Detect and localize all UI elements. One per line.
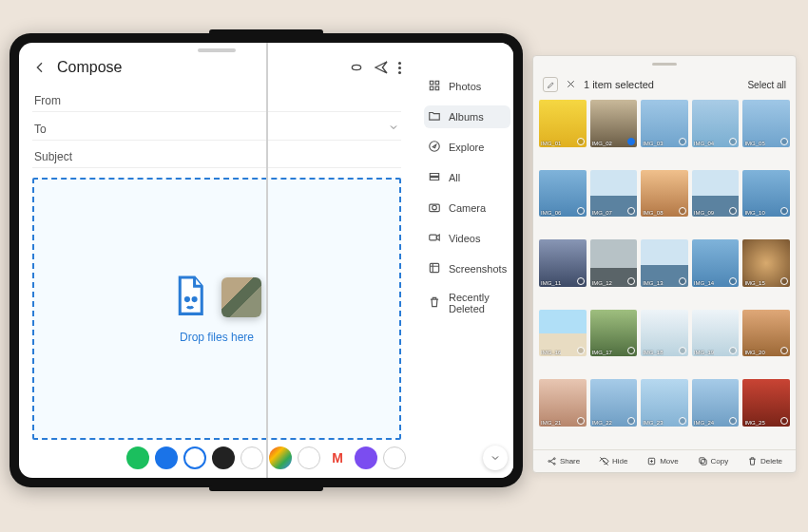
gallery-handle-bar[interactable] bbox=[533, 56, 796, 73]
subject-field[interactable]: Subject bbox=[32, 146, 401, 168]
selection-check-icon[interactable] bbox=[577, 347, 585, 354]
selection-check-icon[interactable] bbox=[679, 207, 686, 215]
rail-item-all[interactable]: All bbox=[424, 166, 510, 189]
footer-copy-button[interactable]: Copy bbox=[698, 456, 729, 466]
attach-icon[interactable] bbox=[349, 60, 364, 75]
selection-check-icon[interactable] bbox=[627, 138, 635, 145]
selection-check-icon[interactable] bbox=[577, 417, 585, 425]
photo-thumbnail[interactable]: IMG_16 bbox=[539, 310, 587, 357]
photo-thumbnail[interactable]: IMG_04 bbox=[692, 100, 740, 147]
selection-check-icon[interactable] bbox=[729, 138, 737, 145]
back-icon[interactable] bbox=[32, 60, 48, 75]
photo-thumbnail[interactable]: IMG_02 bbox=[590, 100, 638, 147]
rail-item-videos[interactable]: Videos bbox=[424, 227, 510, 250]
dragged-thumbnail[interactable] bbox=[221, 277, 261, 317]
selection-check-icon[interactable] bbox=[679, 138, 686, 145]
footer-hide-button[interactable]: Hide bbox=[599, 456, 627, 466]
photo-thumbnail[interactable]: IMG_15 bbox=[742, 239, 790, 287]
photo-thumbnail[interactable]: IMG_05 bbox=[742, 100, 790, 147]
to-field[interactable]: To bbox=[32, 118, 401, 141]
file-icon bbox=[172, 275, 208, 321]
svg-point-1 bbox=[185, 297, 188, 300]
photo-thumbnail[interactable]: IMG_25 bbox=[742, 379, 790, 427]
thumbnail-name: IMG_24 bbox=[694, 420, 714, 426]
compass-icon bbox=[428, 140, 441, 155]
photo-thumbnail[interactable]: IMG_14 bbox=[692, 239, 740, 287]
photo-thumbnail[interactable]: IMG_03 bbox=[641, 100, 688, 147]
select-all-button[interactable]: Select all bbox=[747, 80, 786, 90]
rail-item-recently-deleted[interactable]: Recently Deleted bbox=[424, 288, 510, 318]
photo-thumbnail[interactable]: IMG_18 bbox=[641, 310, 688, 357]
from-field[interactable]: From bbox=[32, 90, 401, 112]
foldable-device-frame: Compose From To bbox=[10, 33, 523, 487]
taskbar-contacts-icon[interactable] bbox=[240, 446, 263, 469]
selection-check-icon[interactable] bbox=[780, 417, 788, 425]
photo-thumbnail[interactable]: IMG_12 bbox=[590, 239, 638, 287]
thumbnail-name: IMG_07 bbox=[592, 210, 612, 216]
send-icon[interactable] bbox=[374, 60, 389, 75]
thumbnail-name: IMG_21 bbox=[541, 420, 561, 426]
photo-thumbnail[interactable]: IMG_09 bbox=[692, 170, 740, 218]
compose-fields: From To Subject bbox=[32, 90, 401, 168]
thumbnail-name: IMG_08 bbox=[643, 210, 663, 216]
close-icon[interactable] bbox=[566, 79, 576, 91]
selection-check-icon[interactable] bbox=[679, 277, 686, 285]
rail-item-explore[interactable]: Explore bbox=[424, 136, 510, 159]
rail-item-albums[interactable]: Albums bbox=[424, 105, 510, 128]
edit-icon[interactable] bbox=[543, 77, 558, 92]
svg-point-14 bbox=[553, 463, 555, 465]
photo-thumbnail[interactable]: IMG_10 bbox=[742, 170, 790, 218]
photo-grid: IMG_01IMG_02IMG_03IMG_04IMG_05IMG_06IMG_… bbox=[533, 96, 796, 449]
selection-check-icon[interactable] bbox=[577, 277, 585, 285]
selection-check-icon[interactable] bbox=[627, 277, 635, 285]
taskbar-camera-icon[interactable] bbox=[298, 446, 320, 469]
footer-share-button[interactable]: Share bbox=[547, 456, 580, 466]
taskbar-files-icon[interactable] bbox=[383, 446, 406, 469]
selection-check-icon[interactable] bbox=[577, 207, 585, 215]
selection-check-icon[interactable] bbox=[679, 417, 686, 425]
rail-item-photos[interactable]: Photos bbox=[424, 75, 510, 98]
chevron-down-icon[interactable] bbox=[388, 122, 399, 136]
footer-move-button[interactable]: Move bbox=[646, 456, 679, 466]
photo-thumbnail[interactable]: IMG_08 bbox=[641, 170, 688, 218]
taskbar-browser-icon[interactable] bbox=[183, 446, 206, 469]
photo-thumbnail[interactable]: IMG_20 bbox=[742, 310, 790, 357]
photo-thumbnail[interactable]: IMG_06 bbox=[539, 170, 587, 218]
footer-delete-button[interactable]: Delete bbox=[747, 456, 782, 466]
svg-rect-6 bbox=[435, 86, 439, 90]
thumbnail-name: IMG_23 bbox=[643, 420, 663, 426]
selection-check-icon[interactable] bbox=[780, 138, 788, 145]
footer-label: Hide bbox=[612, 457, 627, 466]
rail-item-screenshots[interactable]: Screenshots bbox=[424, 257, 510, 280]
rail-item-camera[interactable]: Camera bbox=[424, 197, 510, 219]
photo-thumbnail[interactable]: IMG_13 bbox=[641, 239, 688, 287]
thumbnail-name: IMG_15 bbox=[744, 280, 764, 286]
thumbnail-name: IMG_22 bbox=[592, 420, 612, 426]
folder-icon bbox=[428, 109, 441, 124]
thumbnail-name: IMG_06 bbox=[541, 210, 561, 216]
photo-thumbnail[interactable]: IMG_22 bbox=[590, 379, 638, 427]
selection-check-icon[interactable] bbox=[780, 277, 788, 285]
taskbar-chrome-icon[interactable] bbox=[269, 446, 292, 469]
drop-zone[interactable]: Drop files here bbox=[32, 178, 401, 440]
taskbar-gmail-icon[interactable]: M bbox=[326, 446, 349, 469]
photo-thumbnail[interactable]: IMG_21 bbox=[539, 379, 587, 427]
svg-rect-11 bbox=[430, 263, 438, 272]
photo-thumbnail[interactable]: IMG_07 bbox=[590, 170, 638, 218]
svg-rect-10 bbox=[430, 235, 437, 240]
selection-check-icon[interactable] bbox=[577, 138, 585, 145]
photo-thumbnail[interactable]: IMG_11 bbox=[539, 239, 587, 287]
photo-thumbnail[interactable]: IMG_17 bbox=[590, 310, 638, 357]
drag-handle[interactable] bbox=[198, 48, 236, 52]
photo-thumbnail[interactable]: IMG_01 bbox=[539, 100, 587, 147]
photo-thumbnail[interactable]: IMG_19 bbox=[692, 310, 740, 357]
taskbar-notes-icon[interactable] bbox=[355, 446, 377, 469]
eye-off-icon bbox=[599, 456, 609, 466]
taskbar-phone-icon[interactable] bbox=[212, 446, 235, 469]
rail-item-label: All bbox=[449, 172, 460, 183]
more-icon[interactable] bbox=[398, 62, 401, 74]
photo-thumbnail[interactable]: IMG_23 bbox=[641, 379, 688, 427]
photo-thumbnail[interactable]: IMG_24 bbox=[692, 379, 740, 427]
taskbar-assistant-icon[interactable] bbox=[155, 446, 178, 469]
taskbar-app-drawer-icon[interactable] bbox=[126, 446, 149, 469]
